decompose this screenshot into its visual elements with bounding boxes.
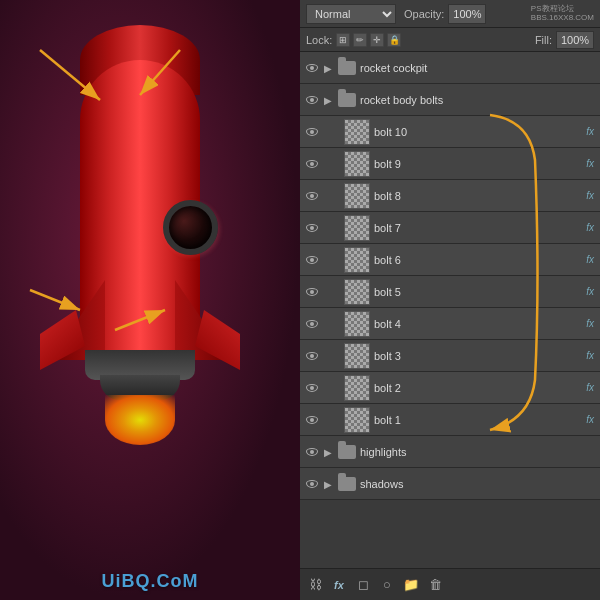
layer-thumbnail [344,375,370,401]
group-expand-arrow[interactable]: ▶ [324,95,334,105]
panel-topbar: Normal Opacity: PS教程论坛BBS.16XX8.COM [300,0,600,28]
lock-all[interactable]: 🔒 [387,33,401,47]
layer-row[interactable]: bolt 1fx [300,404,600,436]
layer-name-label: highlights [360,446,596,458]
layer-thumbnail [344,407,370,433]
ps-watermark: PS教程论坛BBS.16XX8.COM [531,5,594,23]
eye-icon [306,96,318,104]
layer-name-label: bolt 3 [374,350,582,362]
layer-thumbnail [344,247,370,273]
layer-visibility-toggle[interactable] [304,188,320,204]
layer-thumbnail [344,311,370,337]
fx-badge[interactable]: fx [586,158,594,169]
layer-name-label: bolt 1 [374,414,582,426]
layer-visibility-toggle[interactable] [304,220,320,236]
eye-icon [306,416,318,424]
layer-visibility-toggle[interactable] [304,124,320,140]
layer-row[interactable]: bolt 7fx [300,212,600,244]
layer-row[interactable]: bolt 5fx [300,276,600,308]
folder-icon [338,445,356,459]
layer-thumbnail [344,183,370,209]
fx-badge[interactable]: fx [586,254,594,265]
rocket-illustration [30,20,250,580]
layer-name-label: bolt 4 [374,318,582,330]
layer-thumbnail [344,215,370,241]
group-expand-arrow[interactable]: ▶ [324,479,334,489]
fx-icon[interactable]: fx [330,576,348,594]
lock-label: Lock: [306,34,332,46]
blend-mode-select[interactable]: Normal [306,4,396,24]
layer-name-label: shadows [360,478,596,490]
circle-icon[interactable]: ○ [378,576,396,594]
eye-icon [306,224,318,232]
fill-input[interactable] [556,31,594,49]
layer-visibility-toggle[interactable] [304,60,320,76]
fx-badge[interactable]: fx [586,126,594,137]
layer-visibility-toggle[interactable] [304,92,320,108]
layer-thumbnail [344,151,370,177]
fx-badge[interactable]: fx [586,350,594,361]
opacity-label: Opacity: [404,8,444,20]
folder-new-icon[interactable]: 📁 [402,576,420,594]
panel-lockbar: Lock: ⊞ ✏ ✛ 🔒 Fill: [300,28,600,52]
fx-badge[interactable]: fx [586,286,594,297]
layer-thumbnail [344,343,370,369]
fill-label: Fill: [535,34,552,46]
main-container: UiBQ.CoM Normal Opacity: PS教程论坛BBS.16XX8… [0,0,600,600]
folder-icon [338,477,356,491]
new-layer-icon[interactable]: ◻ [354,576,372,594]
folder-icon [338,93,356,107]
layer-row[interactable]: ▶rocket cockpit [300,52,600,84]
eye-icon [306,128,318,136]
layer-visibility-toggle[interactable] [304,284,320,300]
fx-badge[interactable]: fx [586,318,594,329]
layer-name-label: bolt 7 [374,222,582,234]
link-icon[interactable]: ⛓ [306,576,324,594]
eye-icon [306,192,318,200]
layer-visibility-toggle[interactable] [304,412,320,428]
layer-visibility-toggle[interactable] [304,348,320,364]
lock-move[interactable]: ✛ [370,33,384,47]
layer-row[interactable]: bolt 9fx [300,148,600,180]
layer-row[interactable]: bolt 6fx [300,244,600,276]
layer-visibility-toggle[interactable] [304,380,320,396]
layer-row[interactable]: bolt 3fx [300,340,600,372]
layer-row[interactable]: bolt 8fx [300,180,600,212]
fx-badge[interactable]: fx [586,382,594,393]
layer-visibility-toggle[interactable] [304,252,320,268]
lock-checkerboard[interactable]: ⊞ [336,33,350,47]
folder-icon [338,61,356,75]
rocket-side-fin-right [195,310,240,370]
panel-bottombar: ⛓ fx ◻ ○ 📁 🗑 [300,568,600,600]
lock-brush[interactable]: ✏ [353,33,367,47]
layer-name-label: bolt 8 [374,190,582,202]
layer-row[interactable]: ▶highlights [300,436,600,468]
layer-name-label: bolt 6 [374,254,582,266]
layer-visibility-toggle[interactable] [304,476,320,492]
lock-icons: ⊞ ✏ ✛ 🔒 [336,33,401,47]
layer-row[interactable]: bolt 4fx [300,308,600,340]
layer-name-label: bolt 5 [374,286,582,298]
eye-icon [306,352,318,360]
fx-badge[interactable]: fx [586,190,594,201]
layer-row[interactable]: bolt 2fx [300,372,600,404]
eye-icon [306,320,318,328]
group-expand-arrow[interactable]: ▶ [324,447,334,457]
opacity-input[interactable] [448,4,486,24]
fx-badge[interactable]: fx [586,414,594,425]
layer-visibility-toggle[interactable] [304,444,320,460]
layer-visibility-toggle[interactable] [304,316,320,332]
eye-icon [306,480,318,488]
layer-visibility-toggle[interactable] [304,156,320,172]
rocket-side-fin-left [40,310,85,370]
layer-name-label: bolt 10 [374,126,582,138]
layer-row[interactable]: bolt 10fx [300,116,600,148]
layer-name-label: rocket body bolts [360,94,596,106]
layer-row[interactable]: ▶rocket body bolts [300,84,600,116]
fx-badge[interactable]: fx [586,222,594,233]
group-expand-arrow[interactable]: ▶ [324,63,334,73]
layer-row[interactable]: ▶shadows [300,468,600,500]
eye-icon [306,288,318,296]
layer-name-label: rocket cockpit [360,62,596,74]
trash-icon[interactable]: 🗑 [426,576,444,594]
